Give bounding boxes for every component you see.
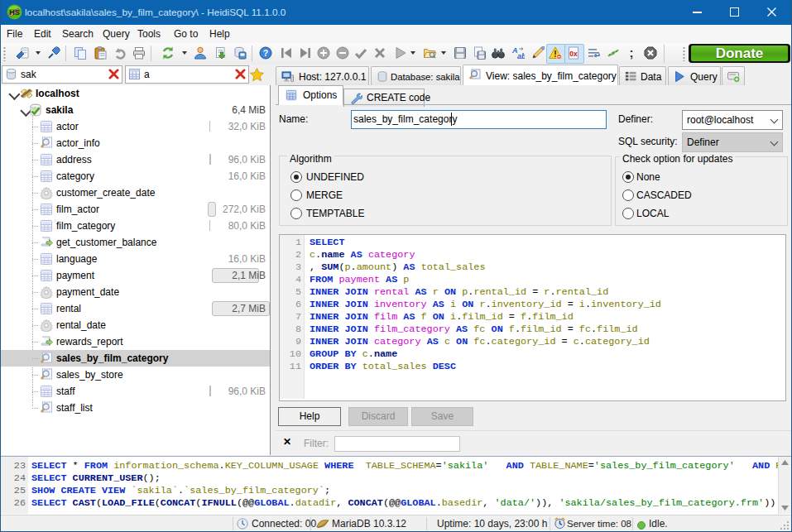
svg-text:0x: 0x [569,50,578,58]
svg-text:;: ; [630,46,634,60]
svg-text:HS: HS [9,8,20,17]
svg-text:ab: ab [517,52,525,60]
svg-text:?: ? [263,48,268,58]
